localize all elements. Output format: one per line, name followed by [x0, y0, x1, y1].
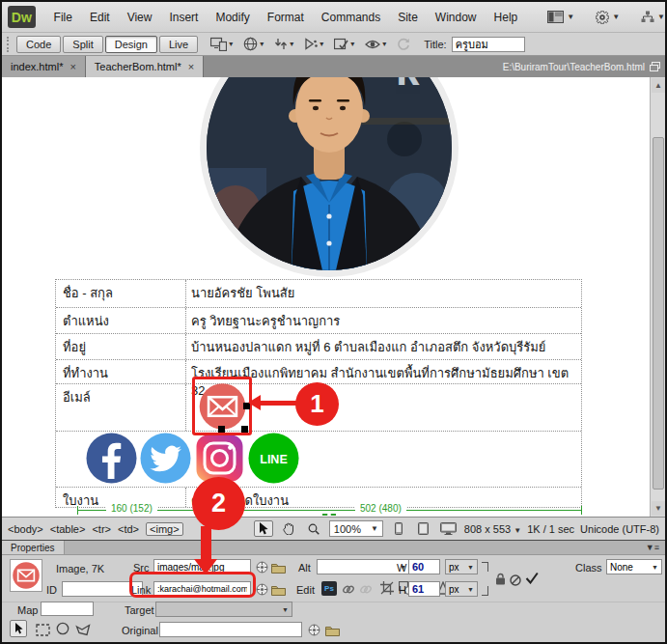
- row-label: ชื่อ - สกุล: [56, 280, 185, 307]
- zoom-magnifier-icon[interactable]: [304, 520, 323, 537]
- scroll-up-icon[interactable]: ▲: [652, 78, 665, 93]
- zoom-level-select[interactable]: 100%▼: [329, 520, 383, 537]
- dreamweaver-logo: Dw: [8, 6, 36, 28]
- workspace-layout-icon[interactable]: ▼: [547, 11, 574, 23]
- height-unit-select[interactable]: px▼: [445, 581, 478, 597]
- class-label: Class: [575, 562, 602, 574]
- tab-teacherbom-html[interactable]: TeacherBom.html* ×: [86, 56, 204, 77]
- scrollbar-thumb[interactable]: [653, 137, 664, 490]
- browse-folder-icon[interactable]: [271, 582, 286, 600]
- polygon-hotspot-icon[interactable]: [75, 623, 91, 640]
- menu-modify[interactable]: Modify: [207, 11, 258, 24]
- original-input[interactable]: [159, 622, 302, 637]
- design-view-button[interactable]: Design: [105, 36, 157, 53]
- vertical-scrollbar[interactable]: ▲ ▼: [650, 77, 665, 517]
- menu-file[interactable]: File: [45, 11, 81, 24]
- menu-edit[interactable]: Edit: [81, 11, 119, 24]
- split-view-button[interactable]: Split: [63, 36, 102, 53]
- selection-handle[interactable]: [241, 426, 248, 433]
- phone-icon[interactable]: [389, 520, 408, 537]
- tag-td[interactable]: <td>: [118, 523, 139, 535]
- design-view[interactable]: k: [2, 77, 665, 517]
- point-to-file-icon[interactable]: [256, 560, 268, 577]
- tag-body[interactable]: <body>: [8, 523, 43, 535]
- rectangle-hotspot-icon[interactable]: [36, 623, 50, 640]
- menu-insert[interactable]: Insert: [160, 11, 207, 24]
- map-input[interactable]: [41, 602, 94, 616]
- code-view-button[interactable]: Code: [16, 36, 61, 53]
- svg-text:k: k: [396, 77, 420, 94]
- oval-hotspot-icon[interactable]: [56, 622, 69, 639]
- row-label: อีเมล์: [56, 384, 185, 431]
- menu-window[interactable]: Window: [427, 11, 486, 24]
- properties-tab[interactable]: Properties: [2, 541, 65, 554]
- class-select[interactable]: None▼: [606, 559, 662, 574]
- width-input[interactable]: 60: [408, 559, 440, 574]
- annotation-arrow-1-line: [259, 401, 297, 406]
- title-label: Title:: [424, 39, 446, 50]
- tag-table[interactable]: <table>: [50, 523, 86, 535]
- properties-header: Properties ▼≡: [2, 541, 665, 555]
- menu-commands[interactable]: Commands: [313, 11, 389, 24]
- width-unit-select[interactable]: px▼: [445, 559, 478, 574]
- window-size-select[interactable]: 808 x 553 ▼: [464, 523, 521, 535]
- reset-icon[interactable]: [510, 573, 521, 590]
- hand-icon[interactable]: [279, 520, 298, 537]
- gear-icon[interactable]: ▼: [596, 11, 620, 24]
- point-to-file-icon[interactable]: [308, 623, 320, 640]
- close-icon[interactable]: ×: [69, 61, 75, 72]
- edit-settings-icon[interactable]: [342, 582, 355, 600]
- table-row: ที่ทำงาน โรงเรียนเมืองแกพิทยาคม สำนักงาน…: [56, 359, 581, 383]
- desktop-icon[interactable]: [439, 520, 459, 537]
- menu-view[interactable]: View: [119, 11, 161, 24]
- row-label: ที่ทำงาน: [56, 360, 185, 383]
- browse-folder-icon[interactable]: [325, 623, 340, 640]
- dreamweaver-window: Dw File Edit View Insert Modify Format C…: [0, 0, 667, 644]
- live-code-icon[interactable]: ▾: [304, 38, 323, 50]
- file-management-icon[interactable]: ▾: [274, 37, 293, 51]
- row-value: นายอัครชัย โพนสัย: [185, 280, 581, 307]
- facebook-icon[interactable]: [86, 433, 137, 484]
- browse-folder-icon[interactable]: [271, 560, 286, 577]
- inspect-icon[interactable]: ▾: [365, 39, 386, 50]
- lock-icon[interactable]: [495, 572, 506, 589]
- image-type-label: Image, 7K: [56, 563, 104, 574]
- properties-panel: Properties ▼≡ Image, 7K Src Alt ▼ W 60 p…: [2, 540, 665, 642]
- twitter-icon[interactable]: [140, 433, 191, 484]
- menu-format[interactable]: Format: [259, 11, 313, 24]
- photoshop-icon[interactable]: Ps: [321, 581, 337, 596]
- restore-window-icon[interactable]: [650, 62, 660, 71]
- selection-handle[interactable]: [218, 426, 225, 433]
- table-width-menu-indicator[interactable]: [322, 514, 336, 516]
- scroll-down-icon[interactable]: ▼: [652, 501, 665, 516]
- tag-img-selected[interactable]: <img>: [146, 522, 183, 536]
- annotation-badge-2: 2: [192, 477, 245, 530]
- live-view-button[interactable]: Live: [159, 36, 198, 53]
- column-width-label[interactable]: 160 (152): [106, 503, 157, 514]
- column-width-label[interactable]: 502 (480): [355, 503, 406, 514]
- pointer-hotspot-icon[interactable]: [10, 620, 27, 637]
- point-to-file-icon[interactable]: [256, 582, 268, 600]
- height-input[interactable]: 61: [408, 581, 440, 597]
- select-arrow-icon[interactable]: [254, 520, 273, 537]
- menu-site[interactable]: Site: [389, 11, 427, 24]
- panel-menu-icon[interactable]: ▼≡: [646, 541, 665, 554]
- constrain-bracket-top: [482, 562, 488, 572]
- menu-help[interactable]: Help: [486, 11, 527, 24]
- sitemap-icon[interactable]: ▼: [641, 11, 665, 23]
- refresh-icon: [397, 38, 410, 51]
- tag-tr[interactable]: <tr>: [92, 523, 111, 535]
- title-input[interactable]: [452, 37, 525, 52]
- line-icon[interactable]: LINE: [248, 433, 299, 484]
- table-row: ที่อยู่ บ้านหนองปลาแดก หมู่ที่ 6 ตำบลเมื…: [56, 333, 581, 359]
- profile-photo[interactable]: k: [200, 77, 459, 277]
- commit-icon[interactable]: [525, 571, 539, 588]
- close-icon[interactable]: ×: [188, 61, 194, 72]
- tab-index-html[interactable]: index.html* ×: [2, 56, 86, 77]
- crop-icon[interactable]: [380, 581, 394, 599]
- multiscreen-preview-icon[interactable]: ▾: [210, 37, 233, 51]
- row-value: บ้านหนองปลาแดก หมู่ที่ 6 ตำบลเมืองแก อำเ…: [185, 334, 581, 359]
- check-page-icon[interactable]: ▾: [334, 38, 354, 51]
- preview-in-browser-icon[interactable]: ▾: [243, 37, 264, 51]
- tablet-icon[interactable]: [414, 520, 433, 537]
